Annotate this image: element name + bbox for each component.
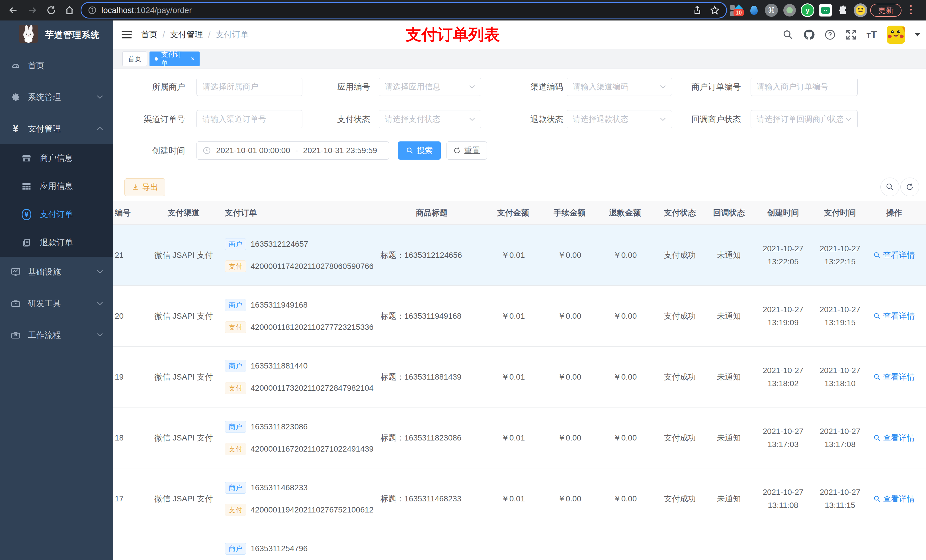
view-detail-link[interactable]: 查看详情 [865,225,923,286]
extension-icon-6[interactable] [819,3,832,18]
pay-amount: ￥0.01 [487,286,539,347]
browser-update-button[interactable]: 更新 [870,4,902,17]
breadcrumb-home[interactable]: 首页 [141,29,157,41]
profile-emoji-icon[interactable] [853,3,868,18]
sidebar-item-pay-order[interactable]: ¥ 支付订单 [0,200,113,228]
chevron-down-icon [660,85,666,89]
view-detail-link[interactable]: 查看详情 [865,347,923,408]
order-id: 19 [115,347,141,408]
sidebar-item-workflow[interactable]: 工作流程 [0,319,113,351]
pay-time: 2021-10-2713:22:15 [814,225,865,286]
product-title: 标题：1635311823086 [380,408,483,468]
breadcrumb-separator: / [163,30,165,39]
view-detail-link[interactable]: 查看详情 [865,408,923,468]
monitor-chart-icon [11,267,21,276]
user-avatar[interactable] [887,26,905,44]
breadcrumb-section[interactable]: 支付管理 [170,29,203,41]
sidebar-item-refund-order[interactable]: 退款订单 [0,228,113,257]
forward-icon[interactable] [26,4,39,17]
search-button[interactable]: 搜索 [398,142,441,160]
tab-home[interactable]: 首页 [123,51,147,66]
table-row[interactable]: 17 微信 JSAPI 支付 商户1635311468233 支付4200001… [113,468,926,529]
browser-menu-icon[interactable] [910,5,912,14]
extension-icon-1[interactable]: 10 [728,3,746,18]
tab-close-icon[interactable]: × [191,55,195,63]
refund-status-select[interactable]: 请选择退款状态 [567,110,672,128]
create-time-range-picker[interactable]: 2021-10-01 00:00:00 - 2021-10-31 23:59:5… [197,142,389,160]
notify-status-select[interactable]: 请选择订单回调商户状态 [750,110,858,128]
chevron-down-icon [97,95,103,99]
sidebar-item-dev-tools[interactable]: 研发工具 [0,287,113,319]
view-detail-label: 查看详情 [883,371,915,382]
search-icon[interactable] [782,29,794,41]
pay-amount: ￥0.01 [487,468,539,529]
sidebar-item-label: 工作流程 [28,319,61,351]
filter-label-merchant: 所属商户 [127,78,185,96]
merchant-tag: 商户 [225,238,246,250]
table-row[interactable]: 19 微信 JSAPI 支付 商户1635311881440 支付4200001… [113,347,926,408]
view-detail-link[interactable]: 查看详情 [865,286,923,347]
channel-code-select[interactable]: 请输入渠道编码 [567,78,672,96]
refresh-button[interactable] [900,178,919,196]
avatar-caret-icon[interactable] [915,33,920,36]
extension-icon-5[interactable]: y [800,3,815,18]
merchant-select[interactable]: 请选择所属商户 [197,78,303,96]
extensions-puzzle-icon[interactable] [836,3,850,18]
site-info-icon[interactable] [88,6,97,15]
sidebar-item-infra[interactable]: 基础设施 [0,256,113,288]
pay-tag: 支付 [225,504,246,516]
pay-time: 2021-10-2713:19:15 [814,286,865,347]
sidebar-item-label: 研发工具 [28,287,61,319]
yen-icon: ¥ [11,124,21,133]
table-row[interactable]: 20 微信 JSAPI 支付 商户1635311949168 支付4200001… [113,286,926,347]
address-bar[interactable]: localhost:1024/pay/order [80,2,727,18]
help-icon[interactable] [825,29,836,41]
github-icon[interactable] [803,29,815,41]
sidebar-fold-icon[interactable] [121,29,133,41]
sidebar-item-pay[interactable]: ¥ 支付管理 [0,113,113,145]
sidebar-item-app-info[interactable]: 应用信息 [0,172,113,200]
col-header-notify: 回调状态 [703,201,755,225]
create-time: 2021-10-2713:18:02 [757,347,809,408]
table-row[interactable]: 商户1635311254796 [113,529,926,560]
pay-amount: ￥0.01 [487,347,539,408]
reload-icon[interactable] [45,4,57,17]
extension-icon-3[interactable]: ⌘ [764,3,779,18]
extension-icon-4[interactable] [782,3,797,18]
filter-label-refund-status: 退款状态 [506,110,563,128]
reset-button[interactable]: 重置 [446,142,487,160]
font-size-icon[interactable]: TT [867,29,877,41]
pay-status-select[interactable]: 请选择支付状态 [379,110,481,128]
col-header-fee: 手续金额 [544,201,595,225]
export-button[interactable]: 导出 [124,178,165,196]
sidebar-item-system[interactable]: 系统管理 [0,81,113,113]
col-header-id: 编号 [115,201,141,225]
sidebar-item-label: 商户信息 [40,144,73,172]
merchant-order-no-input[interactable]: 请输入商户订单编号 [750,78,858,96]
share-icon[interactable] [693,5,702,15]
view-detail-link[interactable]: 查看详情 [865,468,923,529]
sidebar-item-label: 应用信息 [40,172,73,200]
toggle-search-button[interactable] [881,178,899,196]
url-text[interactable]: localhost:1024/pay/order [101,6,192,15]
pay-order-cell: 商户1635311881440 支付4200001173202110272847… [225,347,390,408]
extension-badge: 10 [734,9,744,16]
sidebar-item-label: 首页 [28,50,44,82]
bookmark-star-icon[interactable] [710,5,720,15]
pay-tag: 支付 [225,321,246,333]
export-button-label: 导出 [142,182,158,193]
app-select[interactable]: 请选择应用信息 [379,78,481,96]
tab-pay-order[interactable]: 支付订单 × [150,51,200,66]
extension-icon-2[interactable] [748,3,760,18]
table-row[interactable]: 18 微信 JSAPI 支付 商户1635311823086 支付4200001… [113,408,926,468]
home-icon[interactable] [63,4,76,17]
channel-order-no-input[interactable]: 请输入渠道订单号 [197,110,303,128]
notify-status: 未通知 [703,347,755,408]
sidebar-item-merchant-info[interactable]: 商户信息 [0,144,113,172]
sidebar-item-home[interactable]: 首页 [0,50,113,82]
refund-amount: ￥0.00 [599,468,651,529]
back-icon[interactable] [7,4,20,17]
fullscreen-icon[interactable] [846,29,857,41]
channel-pay-no: 4200001181202110277723215336 [251,323,374,332]
table-row[interactable]: 21 微信 JSAPI 支付 商户1635312124657 支付4200001… [113,225,926,286]
